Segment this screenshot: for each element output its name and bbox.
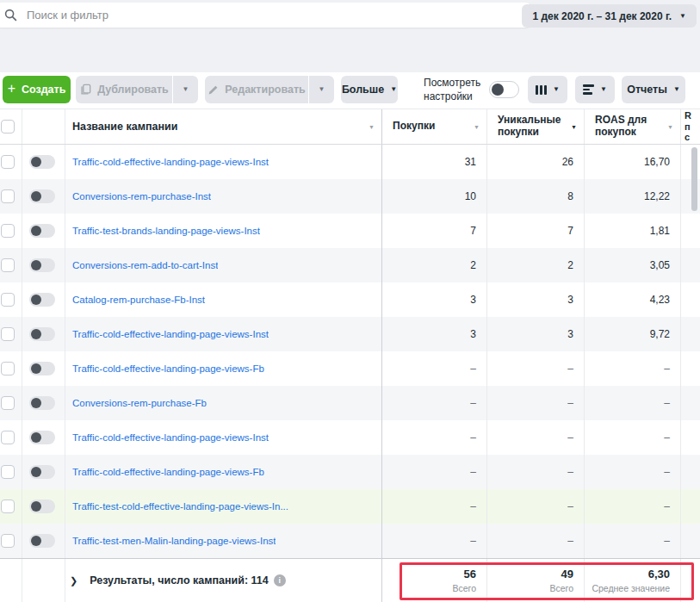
campaign-toggle[interactable] [29,362,55,375]
campaign-toggle[interactable] [29,431,55,444]
campaign-name-link[interactable]: Traffic-test-brands-landing-page-views-I… [72,226,260,236]
date-range-selector[interactable]: 1 дек 2020 г. – 31 дек 2020 г. ▼ [522,4,697,28]
column-header-campaign-name[interactable]: Название кампании ▼ [65,109,381,144]
unique-purchases-value: – [486,489,584,524]
row-checkbox[interactable] [1,396,15,410]
toggle-knob [31,329,41,339]
purchases-value: 10 [381,179,486,214]
unique-purchases-value: – [486,524,584,558]
footer-clipped-cell [680,559,700,602]
campaign-toggle[interactable] [29,189,55,203]
row-checkbox[interactable] [1,362,15,375]
total-label: Среднее значение [592,583,670,593]
search-icon [4,9,17,22]
row-checkbox[interactable] [1,155,15,169]
campaign-toggle[interactable] [29,465,55,479]
clipped-cell [680,351,700,386]
campaign-name-link[interactable]: Conversions-rem-add-to-cart-Inst [72,260,218,270]
campaign-name-link[interactable]: Traffic-cold-effective-landing-page-view… [72,363,264,374]
edit-label: Редактировать [225,84,305,96]
duplicate-label: Дублировать [97,84,169,96]
row-checkbox[interactable] [1,189,15,203]
chevron-right-icon[interactable]: ❯ [70,575,77,586]
search-input[interactable] [25,8,511,22]
campaign-name-cell: Catalog-rem-purchase-Fb-Inst [65,282,381,317]
column-header-unique-purchases[interactable]: Уникальные покупки ▼ [486,109,584,144]
roas-value: 16,70 [584,145,680,179]
campaign-name-link[interactable]: Catalog-rem-purchase-Fb-Inst [72,295,205,305]
row-checkbox[interactable] [1,327,15,341]
info-icon[interactable]: i [274,574,286,586]
copy-icon [79,84,91,96]
toggle-knob [31,536,41,546]
select-all-checkbox[interactable] [1,120,15,133]
campaign-toggle[interactable] [29,258,55,272]
reports-button[interactable]: Отчеты ▼ [622,76,685,103]
table-row: Traffic-cold-effective-landing-page-view… [0,455,700,489]
row-checkbox[interactable] [1,465,15,479]
campaign-toggle[interactable] [29,155,55,169]
columns-button[interactable]: ▼ [528,76,567,103]
column-header-purchases[interactable]: Покупки ▼ [381,109,486,144]
column-header-clipped: R п с [680,109,700,144]
search-bar[interactable] [0,3,532,28]
more-button[interactable]: Больше ▼ [341,76,398,103]
campaign-name-cell: Traffic-test-brands-landing-page-views-I… [65,214,381,248]
row-checkbox[interactable] [1,534,15,548]
select-all-cell [0,109,22,144]
campaign-toggle[interactable] [29,396,55,410]
row-checkbox[interactable] [1,500,15,513]
campaign-name-cell: Traffic-cold-effective-landing-page-view… [65,351,381,386]
campaign-name-link[interactable]: Traffic-test-men-Malin-landing-page-view… [72,536,276,546]
roas-value: – [584,386,680,420]
chevron-down-icon: ▼ [679,13,686,20]
campaign-name-link[interactable]: Traffic-cold-effective-landing-page-view… [72,467,264,477]
campaign-toggle[interactable] [29,327,55,341]
create-button[interactable]: + Создать [3,76,71,103]
campaign-name-link[interactable]: Conversions-rem-purchase-Fb [72,398,207,408]
breakdown-icon [583,84,594,95]
footer-check-cell [0,559,22,602]
vertical-scrollbar-thumb[interactable] [691,147,697,211]
campaign-name-cell: Traffic-cold-effective-landing-page-view… [65,420,381,455]
sort-icon: ▼ [474,124,480,130]
row-checkbox[interactable] [1,258,15,272]
campaign-name-link[interactable]: Conversions-rem-purchase-Inst [72,191,211,202]
row-checkbox[interactable] [1,293,15,307]
view-settings-toggle[interactable] [489,81,519,98]
roas-value: – [584,351,680,386]
campaign-toggle[interactable] [29,293,55,307]
duplicate-dropdown-button[interactable]: ▼ [173,76,198,103]
row-toggle-cell [22,386,65,420]
purchases-total: 56 Всего [381,559,486,602]
campaign-toggle[interactable] [29,534,55,548]
campaign-name-link[interactable]: Traffic-test-cold-effective-landing-page… [72,501,288,512]
roas-value: 3,05 [584,248,680,282]
row-checkbox[interactable] [1,224,15,238]
duplicate-button[interactable]: Дублировать [76,76,172,103]
campaign-name-cell: Conversions-rem-purchase-Fb [65,386,381,420]
table-row: Traffic-cold-effective-landing-page-view… [0,145,700,179]
unique-purchases-value: 2 [486,248,584,282]
toggle-knob [31,432,41,443]
row-check-cell [0,489,22,524]
unique-purchases-value: – [486,420,584,455]
campaign-name-link[interactable]: Traffic-cold-effective-landing-page-view… [72,157,269,167]
campaign-name-link[interactable]: Traffic-cold-effective-landing-page-view… [72,432,269,443]
campaign-name-link[interactable]: Traffic-cold-effective-landing-page-view… [72,329,269,339]
chevron-down-icon: ▼ [673,86,680,93]
row-toggle-cell [22,489,65,524]
campaign-toggle[interactable] [29,500,55,513]
table-row: Traffic-cold-effective-landing-page-view… [0,420,700,455]
column-header-roas[interactable]: ROAS для покупок ▼ [584,109,680,144]
edit-dropdown-button[interactable]: ▼ [309,76,334,103]
clipped-cell [680,214,700,248]
row-check-cell [0,524,22,558]
row-checkbox[interactable] [1,431,15,444]
date-range-label: 1 дек 2020 г. – 31 дек 2020 г. [532,10,672,22]
toggle-knob [31,295,41,305]
campaign-toggle[interactable] [29,224,55,238]
edit-button[interactable]: Редактировать [205,76,308,103]
breakdown-button[interactable]: ▼ [575,76,615,103]
campaign-name-cell: Traffic-cold-effective-landing-page-view… [65,317,381,351]
